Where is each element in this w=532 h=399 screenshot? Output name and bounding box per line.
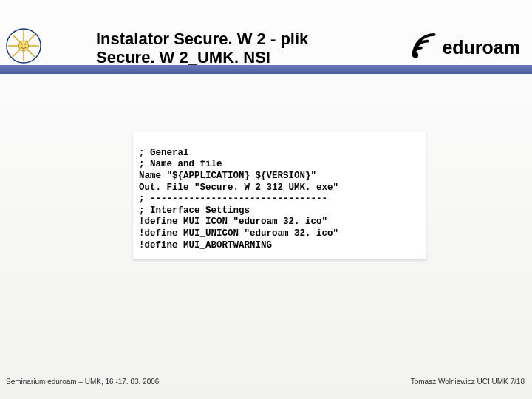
wifi-arcs-icon xyxy=(411,32,439,63)
title-line-1: Instalator Secure. W 2 - plik xyxy=(96,30,355,48)
code-line: ; General xyxy=(139,148,189,158)
eduroam-logo: eduroam xyxy=(365,25,520,69)
footer-right: Tomasz Wolniewicz UCI UMK 7/18 xyxy=(411,378,525,386)
header-band: Instalator Secure. W 2 - plik Secure. W … xyxy=(0,15,532,66)
svg-point-9 xyxy=(18,41,28,50)
slide-title: Instalator Secure. W 2 - plik Secure. W … xyxy=(96,30,355,67)
code-line: Name "${APPLICATION} ${VERSION}" xyxy=(139,171,316,181)
code-snippet-box: ; General ; Name and file Name "${APPLIC… xyxy=(133,132,426,259)
code-line: !define MUI_UNICON "eduroam 32. ico" xyxy=(139,228,338,239)
code-line: ; Name and file xyxy=(139,159,222,169)
university-emblem xyxy=(6,28,41,64)
code-line: ; -------------------------------- xyxy=(139,194,327,204)
footer-left: Seminarium eduroam – UMK, 16 -17. 03. 20… xyxy=(6,378,159,386)
svg-point-11 xyxy=(24,44,26,45)
title-line-2: Secure. W 2_UMK. NSI xyxy=(96,48,355,66)
code-line: ; Interface Settings xyxy=(139,205,250,216)
code-line: !define MUI_ABORTWARNING xyxy=(139,240,272,250)
stripe-right xyxy=(355,65,532,74)
stripe-left xyxy=(0,65,355,74)
code-line: Out. File "Secure. W 2_312_UMK. exe" xyxy=(139,183,338,193)
code-line: !define MUI_ICON "eduroam 32. ico" xyxy=(139,216,327,227)
eduroam-logo-text: eduroam xyxy=(442,37,520,58)
svg-point-12 xyxy=(413,52,419,58)
svg-point-10 xyxy=(21,44,23,45)
accent-stripe xyxy=(0,65,532,74)
